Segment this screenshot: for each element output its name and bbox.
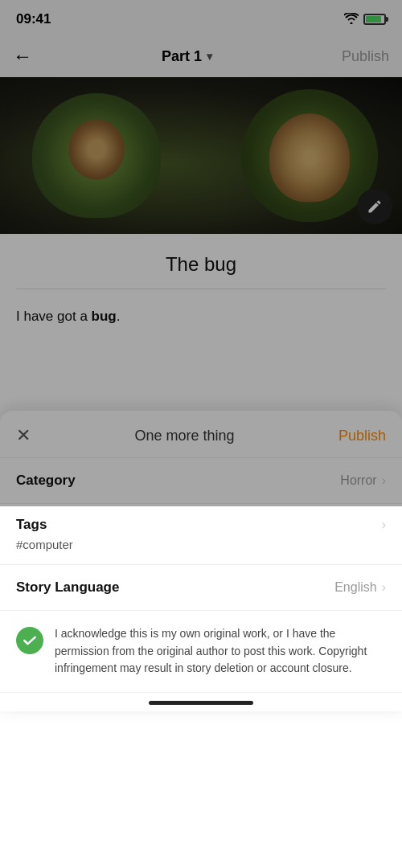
home-bar: [149, 701, 253, 705]
language-chevron-icon: ›: [382, 580, 386, 595]
avocado-inner: [269, 113, 350, 202]
story-title: The bug: [16, 253, 386, 276]
home-indicator: [0, 693, 402, 711]
nav-title: Part 1 ▾: [162, 48, 212, 65]
acknowledgement-row[interactable]: I acknowledge this is my own original wo…: [0, 611, 402, 693]
modal-sheet: ✕ One more thing Publish Category Horror…: [0, 411, 402, 711]
chevron-down-icon[interactable]: ▾: [207, 50, 212, 63]
language-row[interactable]: Story Language English ›: [0, 565, 402, 611]
edit-image-button[interactable]: [357, 189, 392, 224]
checkmark-icon: [22, 633, 38, 649]
category-value: Horror: [340, 473, 376, 488]
category-label: Category: [16, 473, 76, 489]
modal-publish-button[interactable]: Publish: [338, 428, 386, 444]
ack-checkbox[interactable]: [16, 627, 43, 654]
story-divider: [16, 289, 386, 289]
category-chevron-icon: ›: [382, 473, 386, 488]
tags-chevron-icon: ›: [382, 518, 386, 532]
tags-row[interactable]: Tags › #computer: [0, 504, 402, 565]
nav-bar: ← Part 1 ▾ Publish: [0, 35, 402, 77]
back-button[interactable]: ←: [13, 45, 32, 68]
wifi-icon: [344, 13, 359, 27]
tags-label: Tags: [16, 517, 47, 533]
modal-close-button[interactable]: ✕: [16, 425, 31, 446]
status-bar: 09:41: [0, 0, 402, 35]
language-label: Story Language: [16, 579, 119, 596]
story-area: The bug I have got a bug.: [0, 234, 402, 411]
language-value-container: English ›: [334, 580, 386, 595]
battery-icon: [363, 14, 386, 25]
language-value: English: [334, 580, 376, 595]
tags-header: Tags ›: [16, 517, 386, 533]
ack-text: I acknowledge this is my own original wo…: [55, 625, 386, 678]
modal-title: One more thing: [134, 428, 234, 444]
story-body-suffix: .: [117, 309, 121, 324]
pencil-icon: [367, 199, 383, 215]
status-time: 09:41: [16, 11, 51, 27]
status-icons: [344, 13, 386, 27]
story-body-bold: bug: [92, 309, 117, 324]
nav-publish-button[interactable]: Publish: [342, 48, 389, 65]
tags-value: #computer: [16, 538, 386, 551]
category-value-container: Horror ›: [340, 473, 386, 488]
hero-image: [0, 77, 402, 234]
category-row[interactable]: Category Horror ›: [0, 458, 402, 504]
story-body-prefix: I have got a: [16, 309, 92, 324]
modal-header: ✕ One more thing Publish: [0, 411, 402, 458]
avocado-left: [32, 93, 161, 218]
part-title-label: Part 1: [162, 48, 202, 65]
story-body[interactable]: I have got a bug.: [16, 305, 386, 327]
